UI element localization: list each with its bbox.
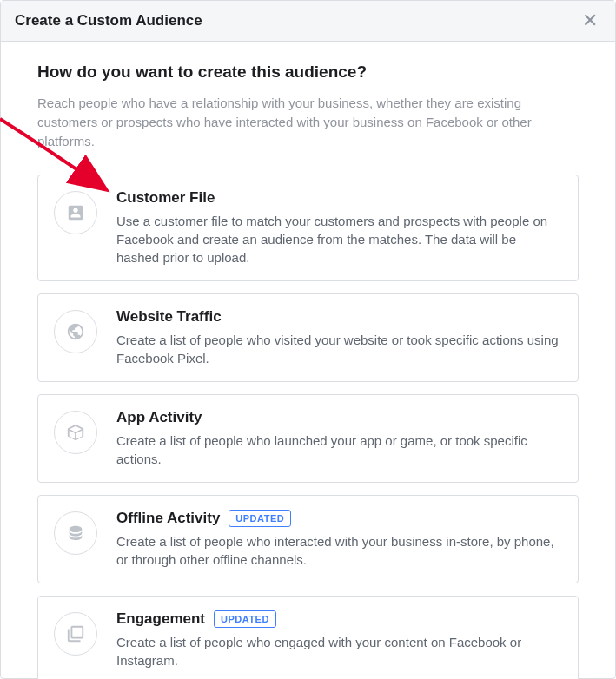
updated-badge: UPDATED (214, 610, 276, 628)
option-customer-file[interactable]: Customer File Use a customer file to mat… (37, 175, 579, 281)
database-icon (54, 511, 97, 555)
option-title: Customer File (116, 189, 215, 207)
option-title: Website Traffic (116, 308, 222, 326)
option-desc: Use a customer file to match your custom… (116, 212, 562, 267)
modal-body: How do you want to create this audience?… (1, 42, 615, 679)
option-engagement[interactable]: Engagement UPDATED Create a list of peop… (37, 596, 579, 679)
option-title: Engagement (116, 610, 205, 628)
option-content: Customer File Use a customer file to mat… (116, 189, 562, 267)
option-desc: Create a list of people who interacted w… (116, 532, 562, 569)
option-offline-activity[interactable]: Offline Activity UPDATED Create a list o… (37, 495, 579, 583)
cube-icon (54, 411, 97, 454)
option-content: Website Traffic Create a list of people … (116, 308, 562, 367)
option-content: App Activity Create a list of people who… (116, 409, 562, 468)
globe-icon (54, 310, 97, 353)
modal-header: Create a Custom Audience ✕ (1, 1, 615, 42)
layers-icon (54, 612, 97, 656)
option-title: App Activity (116, 409, 202, 426)
option-content: Engagement UPDATED Create a list of peop… (116, 610, 562, 669)
option-title-row: Customer File (116, 189, 562, 207)
modal-title: Create a Custom Audience (15, 12, 202, 30)
option-desc: Create a list of people who visited your… (116, 331, 562, 367)
updated-badge: UPDATED (229, 510, 291, 527)
customer-file-icon (54, 191, 97, 234)
option-title-row: Offline Activity UPDATED (116, 510, 562, 527)
close-button[interactable]: ✕ (579, 11, 601, 30)
option-desc: Create a list of people who engaged with… (116, 633, 562, 669)
question-subtext: Reach people who have a relationship wit… (37, 94, 579, 150)
option-title-row: Engagement UPDATED (116, 610, 562, 628)
option-title-row: Website Traffic (116, 308, 562, 326)
option-app-activity[interactable]: App Activity Create a list of people who… (37, 394, 579, 483)
option-title: Offline Activity (116, 510, 220, 527)
custom-audience-modal: Create a Custom Audience ✕ How do you wa… (0, 0, 616, 679)
option-content: Offline Activity UPDATED Create a list o… (116, 510, 562, 569)
option-website-traffic[interactable]: Website Traffic Create a list of people … (37, 293, 579, 382)
close-icon: ✕ (582, 10, 598, 31)
option-title-row: App Activity (116, 409, 562, 426)
question-heading: How do you want to create this audience? (37, 63, 579, 82)
option-desc: Create a list of people who launched you… (116, 432, 562, 468)
